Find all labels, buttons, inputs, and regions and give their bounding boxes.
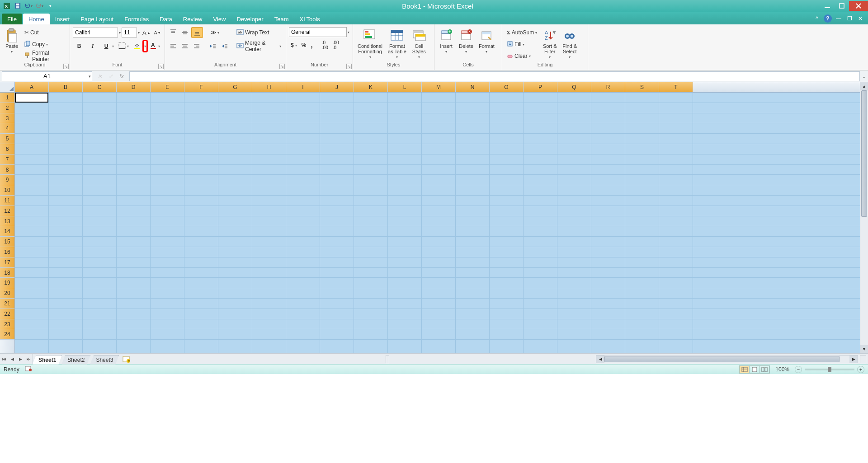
row-header[interactable]: 4 — [0, 123, 14, 134]
format-as-table-button[interactable]: Format as Table▾ — [386, 27, 408, 60]
next-sheet-button[interactable]: ▶ — [16, 354, 24, 364]
page-layout-view-button[interactable] — [750, 366, 760, 373]
formula-input[interactable] — [129, 71, 860, 81]
name-box-input[interactable] — [2, 73, 92, 80]
macro-record-icon[interactable] — [25, 365, 32, 373]
row-header[interactable]: 9 — [0, 175, 14, 185]
column-header[interactable]: K — [354, 82, 388, 92]
column-header[interactable]: P — [524, 82, 557, 92]
align-middle-button[interactable] — [179, 27, 190, 38]
row-header[interactable]: 5 — [0, 134, 14, 144]
name-box-dropdown-icon[interactable]: ▾ — [89, 74, 91, 79]
row-header[interactable]: 24 — [0, 329, 14, 340]
clipboard-launcher-icon[interactable]: ↘ — [63, 64, 69, 69]
row-header[interactable]: 19 — [0, 278, 14, 288]
row-header[interactable]: 23 — [0, 319, 14, 330]
normal-view-button[interactable] — [740, 366, 750, 373]
scroll-right-button[interactable]: ▶ — [849, 355, 858, 363]
column-header[interactable]: D — [117, 82, 151, 92]
borders-button[interactable]: ▾ — [117, 41, 131, 51]
tab-formulas[interactable]: Formulas — [119, 14, 154, 24]
expand-formula-bar-icon[interactable]: ⌄ — [860, 73, 868, 80]
align-right-button[interactable] — [191, 41, 202, 51]
font-launcher-icon[interactable]: ↘ — [158, 64, 164, 69]
row-header[interactable]: 16 — [0, 247, 14, 257]
align-top-button[interactable] — [168, 27, 179, 38]
clear-button[interactable]: Clear▾ — [505, 51, 539, 61]
font-size-input[interactable] — [122, 28, 137, 37]
maximize-window-button[interactable] — [835, 1, 849, 11]
column-header[interactable]: C — [83, 82, 117, 92]
active-cell[interactable] — [15, 93, 48, 103]
row-header[interactable]: 14 — [0, 226, 14, 237]
tab-developer[interactable]: Developer — [231, 14, 269, 24]
merge-center-button[interactable]: Merge & Center▾ — [235, 41, 283, 51]
paste-button[interactable]: Paste ▾ — [3, 27, 21, 55]
horizontal-split-handle[interactable] — [860, 355, 866, 363]
vertical-scrollbar[interactable]: ▲ ▼ — [860, 82, 868, 353]
column-header[interactable]: H — [252, 82, 286, 92]
sheet-tab[interactable]: Sheet1 — [33, 355, 62, 365]
close-window-button[interactable] — [849, 1, 868, 11]
orientation-button[interactable]: ≫▾ — [208, 27, 221, 38]
column-header[interactable]: O — [490, 82, 524, 92]
column-header[interactable]: A — [15, 82, 49, 92]
column-header[interactable]: T — [659, 82, 693, 92]
enter-formula-button[interactable]: ✓ — [106, 71, 116, 81]
row-header[interactable]: 12 — [0, 206, 14, 216]
font-size-dropdown-icon[interactable]: ▾ — [138, 31, 140, 35]
conditional-formatting-button[interactable]: Conditional Formatting▾ — [356, 27, 384, 60]
vertical-scroll-thumb[interactable] — [861, 90, 867, 217]
sheet-tab[interactable]: Sheet3 — [90, 355, 119, 365]
shrink-font-button[interactable]: A▾ — [152, 27, 162, 38]
column-header[interactable]: S — [625, 82, 659, 92]
column-header[interactable]: I — [286, 82, 320, 92]
wrap-text-button[interactable]: abWrap Text — [235, 27, 283, 38]
horizontal-scroll-thumb[interactable] — [604, 356, 840, 362]
scroll-down-button[interactable]: ▼ — [860, 345, 868, 353]
row-header[interactable]: 17 — [0, 257, 14, 268]
format-button[interactable]: Format▾ — [477, 27, 496, 55]
increase-indent-button[interactable] — [219, 41, 230, 51]
redo-button[interactable]: ▾ — [34, 1, 44, 11]
row-header[interactable]: 18 — [0, 268, 14, 278]
row-header[interactable]: 11 — [0, 196, 14, 206]
format-painter-button[interactable]: Format Painter — [23, 51, 67, 61]
increase-decimal-button[interactable]: .0.00 — [320, 40, 330, 51]
column-header[interactable]: E — [151, 82, 184, 92]
excel-icon[interactable]: X — [2, 1, 12, 11]
copy-button[interactable]: Copy▾ — [23, 39, 67, 50]
bold-button[interactable]: B — [73, 41, 85, 51]
number-launcher-icon[interactable]: ↘ — [346, 64, 352, 69]
find-select-button[interactable]: Find & Select▾ — [561, 27, 579, 60]
row-header[interactable]: 7 — [0, 154, 14, 165]
insert-button[interactable]: +Insert▾ — [437, 27, 455, 55]
autosum-button[interactable]: ΣAutoSum▾ — [505, 27, 539, 38]
underline-button[interactable]: U▾ — [100, 41, 116, 51]
decrease-decimal-button[interactable]: .00.0 — [331, 40, 341, 51]
column-header[interactable]: F — [184, 82, 218, 92]
name-box[interactable]: ▾ — [2, 71, 92, 81]
tab-file[interactable]: File — [2, 14, 22, 24]
prev-sheet-button[interactable]: ◀ — [8, 354, 16, 364]
column-header[interactable]: N — [456, 82, 490, 92]
delete-button[interactable]: ×Delete▾ — [457, 27, 475, 55]
fill-button[interactable]: Fill▾ — [505, 39, 539, 50]
column-header[interactable]: Q — [557, 82, 591, 92]
row-header[interactable]: 3 — [0, 113, 14, 124]
zoom-level[interactable]: 100% — [775, 366, 789, 373]
tab-data[interactable]: Data — [154, 14, 177, 24]
workbook-close-icon[interactable]: ✕ — [856, 14, 864, 23]
zoom-slider[interactable] — [805, 369, 854, 370]
paste-dropdown-icon[interactable]: ▾ — [11, 50, 13, 54]
column-header[interactable]: B — [49, 82, 83, 92]
help-icon[interactable]: ? — [824, 14, 832, 23]
align-center-button[interactable] — [179, 41, 190, 51]
number-format-input[interactable] — [289, 27, 347, 37]
row-header[interactable]: 13 — [0, 216, 14, 227]
scroll-left-button[interactable]: ◀ — [596, 355, 604, 363]
insert-function-button[interactable]: fx — [117, 71, 127, 81]
cancel-formula-button[interactable]: ✕ — [95, 71, 105, 81]
tab-home[interactable]: Home — [23, 14, 50, 24]
align-left-button[interactable] — [168, 41, 179, 51]
